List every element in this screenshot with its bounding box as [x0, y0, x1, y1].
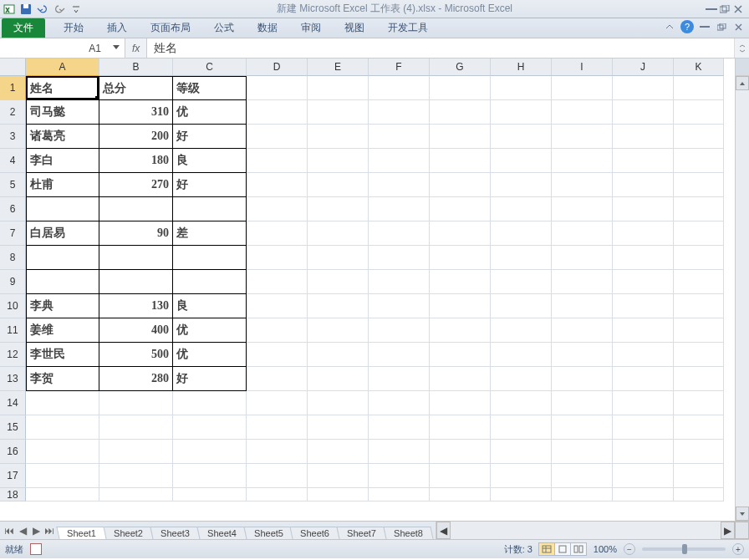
zoom-level[interactable]: 100% — [594, 544, 617, 554]
cell[interactable] — [674, 100, 724, 125]
qat-customize-icon[interactable] — [69, 3, 84, 16]
column-header[interactable]: C — [173, 59, 247, 76]
cell[interactable]: 李世民 — [26, 343, 99, 367]
cell[interactable] — [308, 270, 369, 294]
ribbon-tab[interactable]: 开发工具 — [376, 18, 440, 38]
cell[interactable] — [430, 391, 491, 415]
cell[interactable] — [674, 197, 724, 221]
cell[interactable] — [430, 173, 491, 197]
cell[interactable] — [247, 415, 308, 440]
cell[interactable] — [369, 270, 430, 294]
cell[interactable] — [430, 294, 491, 318]
cell[interactable] — [674, 464, 724, 488]
cell[interactable]: 李白 — [26, 149, 99, 173]
cell[interactable] — [613, 367, 674, 391]
cell[interactable] — [430, 415, 491, 440]
cell[interactable] — [369, 464, 430, 488]
cell[interactable] — [247, 343, 308, 367]
cell[interactable]: 姓名 — [26, 76, 99, 100]
cell[interactable] — [491, 464, 552, 488]
ribbon-tab[interactable]: 审阅 — [289, 18, 333, 38]
cell[interactable] — [674, 318, 724, 343]
cell[interactable]: 优 — [173, 100, 247, 125]
cell[interactable] — [552, 76, 613, 100]
cell[interactable]: 好 — [173, 173, 247, 197]
sheet-tab[interactable]: Sheet4 — [196, 527, 247, 539]
normal-view-icon[interactable] — [538, 542, 555, 556]
cell[interactable] — [247, 440, 308, 464]
cell[interactable] — [674, 343, 724, 367]
cell[interactable]: 500 — [99, 343, 173, 367]
cell[interactable] — [613, 415, 674, 440]
zoom-thumb[interactable] — [682, 544, 687, 554]
cell[interactable] — [430, 440, 491, 464]
cell[interactable] — [552, 440, 613, 464]
cell[interactable] — [613, 76, 674, 100]
cell[interactable] — [99, 464, 173, 488]
cell[interactable] — [247, 173, 308, 197]
cell[interactable] — [430, 221, 491, 246]
formula-expand-icon[interactable] — [734, 38, 749, 58]
cell[interactable] — [613, 246, 674, 270]
page-break-view-icon[interactable] — [570, 542, 587, 556]
cell[interactable] — [173, 270, 247, 294]
cell[interactable]: 等级 — [173, 76, 247, 100]
cell[interactable] — [552, 391, 613, 415]
cell[interactable] — [99, 197, 173, 221]
row-header[interactable]: 12 — [0, 343, 26, 367]
row-header[interactable]: 11 — [0, 318, 26, 343]
wb-restore-icon[interactable] — [716, 21, 727, 33]
cell[interactable] — [99, 440, 173, 464]
column-header[interactable]: G — [430, 59, 491, 76]
cell[interactable] — [674, 270, 724, 294]
cell[interactable] — [173, 246, 247, 270]
cell[interactable] — [369, 391, 430, 415]
cell[interactable] — [430, 367, 491, 391]
cell[interactable]: 200 — [99, 125, 173, 149]
cell[interactable] — [552, 173, 613, 197]
restore-icon[interactable] — [719, 3, 731, 15]
cell[interactable] — [369, 221, 430, 246]
macro-record-icon[interactable] — [30, 543, 42, 555]
cell[interactable] — [369, 173, 430, 197]
cell[interactable] — [26, 464, 99, 488]
cell[interactable] — [491, 76, 552, 100]
cell[interactable] — [491, 415, 552, 440]
row-header[interactable]: 18 — [0, 488, 26, 501]
cell[interactable] — [173, 440, 247, 464]
zoom-out-icon[interactable]: − — [624, 543, 635, 555]
cell[interactable] — [613, 318, 674, 343]
cell[interactable]: 好 — [173, 125, 247, 149]
cell[interactable]: 差 — [173, 221, 247, 246]
cell[interactable] — [613, 100, 674, 125]
cell[interactable] — [247, 125, 308, 149]
cell[interactable] — [491, 294, 552, 318]
cell[interactable] — [26, 440, 99, 464]
save-icon[interactable] — [18, 3, 33, 16]
ribbon-tab[interactable]: 开始 — [52, 18, 95, 38]
select-all-corner[interactable] — [0, 59, 26, 76]
cell[interactable] — [613, 391, 674, 415]
cell[interactable]: 270 — [99, 173, 173, 197]
cell[interactable] — [308, 100, 369, 125]
cell[interactable] — [430, 318, 491, 343]
tab-first-icon[interactable]: ⏮ — [3, 525, 15, 537]
row-header[interactable]: 8 — [0, 246, 26, 270]
cell[interactable] — [308, 367, 369, 391]
cell[interactable]: 姜维 — [26, 318, 99, 343]
cell[interactable] — [247, 197, 308, 221]
cell[interactable] — [308, 197, 369, 221]
cell[interactable] — [430, 100, 491, 125]
cell[interactable] — [552, 197, 613, 221]
cell[interactable] — [491, 197, 552, 221]
cell[interactable] — [430, 343, 491, 367]
cell[interactable] — [247, 149, 308, 173]
cell[interactable] — [430, 246, 491, 270]
cell[interactable]: 杜甫 — [26, 173, 99, 197]
cell[interactable] — [369, 246, 430, 270]
cell[interactable] — [247, 318, 308, 343]
cell[interactable] — [173, 391, 247, 415]
scroll-right-icon[interactable]: ▶ — [721, 522, 735, 539]
cell[interactable] — [430, 197, 491, 221]
cell[interactable] — [247, 294, 308, 318]
